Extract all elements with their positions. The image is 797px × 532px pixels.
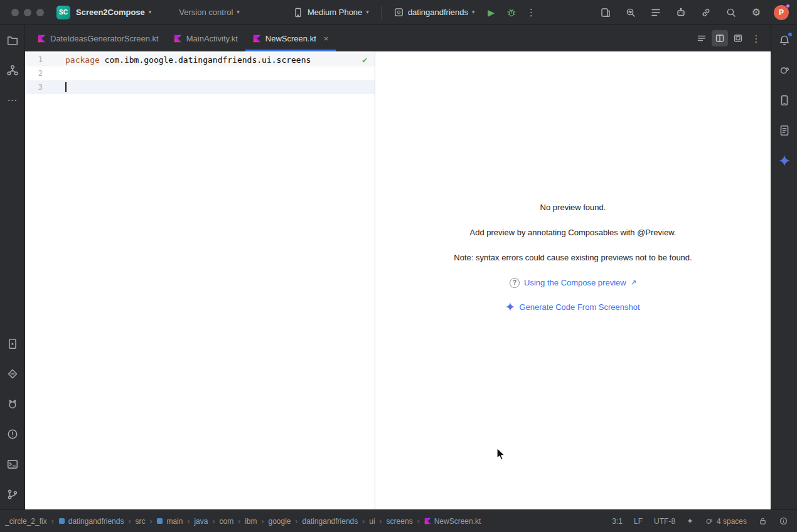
generate-code-from-screenshot-link[interactable]: Generate Code From Screenshot <box>506 302 639 312</box>
breadcrumb-separator: › <box>380 517 382 526</box>
device-explorer-tool-button[interactable] <box>776 122 793 139</box>
breadcrumb-item[interactable]: datingandfriends <box>302 517 358 526</box>
version-control-tool-button[interactable] <box>4 486 21 503</box>
inspections-status-icon[interactable]: ✔ <box>362 55 367 65</box>
gemini-tool-button[interactable] <box>776 152 793 169</box>
code-text <box>65 82 67 92</box>
code-view-button[interactable] <box>693 30 710 46</box>
split-view-icon <box>715 33 725 43</box>
breadcrumb-separator: › <box>149 517 152 526</box>
run-button[interactable]: ▶ <box>482 3 501 22</box>
code-editor[interactable]: 1 package com.ibm.google.datingandfriend… <box>25 51 375 509</box>
logcat-tool-button[interactable] <box>4 395 21 413</box>
project-menu[interactable]: Screen2Compose ▾ <box>70 4 157 20</box>
project-name: Screen2Compose <box>76 8 145 17</box>
kotlin-file-icon <box>253 35 261 43</box>
run-configuration-selector[interactable]: datingandfriends ▾ <box>388 4 481 21</box>
compose-preview-docs-link[interactable]: ? Using the Compose preview ↗ <box>510 278 636 288</box>
problems-tool-button[interactable] <box>4 425 21 443</box>
breadcrumb-item[interactable]: _circle_2_fix <box>5 517 47 526</box>
studio-bot-button[interactable] <box>671 3 690 22</box>
breadcrumb-item[interactable]: ibm <box>245 517 257 526</box>
notifications-button[interactable] <box>776 31 793 49</box>
code-line: 1 package com.ibm.google.datingandfriend… <box>25 53 375 66</box>
running-devices-tool-button[interactable] <box>4 335 21 353</box>
close-tab-icon[interactable]: × <box>324 34 329 43</box>
minimize-window-button[interactable] <box>24 9 31 16</box>
gemini-status-widget[interactable]: ✦ <box>687 517 693 525</box>
external-link-icon: ↗ <box>631 279 636 287</box>
device-manager-button[interactable] <box>596 3 615 22</box>
search-everywhere-button[interactable] <box>722 3 741 22</box>
phone-icon <box>292 7 304 18</box>
keyword-token: package <box>65 55 100 65</box>
line-number: 3 <box>25 83 65 92</box>
compose-preview-panel: No preview found. Add preview by annotat… <box>375 51 771 509</box>
profile-button[interactable]: P <box>772 3 791 22</box>
lock-icon <box>758 516 768 526</box>
project-tool-button[interactable] <box>4 31 21 49</box>
running-devices-icon <box>6 338 19 350</box>
breadcrumb-item[interactable]: java <box>194 517 208 526</box>
encoding-widget[interactable]: UTF-8 <box>654 517 675 526</box>
cursor-position-widget[interactable]: 3:1 <box>612 517 623 526</box>
inspection-info-widget[interactable] <box>779 516 788 526</box>
bug-icon <box>506 7 517 18</box>
app-quality-insights-tool-button[interactable] <box>4 365 21 383</box>
editor-content-area: DateIdeasGeneratorScreen.kt MainActivity… <box>25 25 771 509</box>
line-separator-widget[interactable]: LF <box>634 517 643 526</box>
tab-mainactivity[interactable]: MainActivity.kt <box>166 25 245 51</box>
breadcrumb-item[interactable]: google <box>268 517 291 526</box>
breadcrumb-label: datingandfriends <box>68 517 124 526</box>
notification-dot <box>786 4 790 8</box>
more-vertical-icon: ⋮ <box>752 34 761 43</box>
terminal-tool-button[interactable] <box>4 455 21 473</box>
editor-split: 1 package com.ibm.google.datingandfriend… <box>25 51 771 509</box>
add-preview-hint: Add preview by annotating Composables wi… <box>470 228 677 237</box>
maximize-window-button[interactable] <box>36 9 44 16</box>
folder-icon <box>6 34 19 46</box>
breadcrumb-item[interactable]: com <box>219 517 233 526</box>
logcat-button[interactable] <box>646 3 665 22</box>
structure-tool-button[interactable] <box>4 61 21 79</box>
read-only-toggle[interactable] <box>758 516 768 526</box>
more-vertical-icon: ⋮ <box>527 8 536 17</box>
device-selector[interactable]: Medium Phone ▾ <box>287 4 375 21</box>
profiler-button[interactable] <box>621 3 640 22</box>
tab-dateideasgeneratorscreen[interactable]: DateIdeasGeneratorScreen.kt <box>30 25 166 51</box>
breadcrumb-item[interactable]: ui <box>369 517 375 526</box>
version-control-menu[interactable]: Version control ▾ <box>173 4 245 20</box>
close-window-button[interactable] <box>11 9 19 16</box>
breadcrumb-item[interactable]: datingandfriends <box>58 517 124 526</box>
avatar: P <box>774 5 789 20</box>
debug-button[interactable] <box>502 3 521 22</box>
chevron-down-icon: ▾ <box>149 9 152 15</box>
kotlin-file-icon <box>38 35 46 43</box>
status-bar-widgets: 3:1 LF UTF-8 ✦ 4 spaces <box>612 516 788 526</box>
device-selector-label: Medium Phone <box>308 8 362 17</box>
breadcrumb-item[interactable]: src <box>135 517 145 526</box>
kotlin-file-icon <box>424 518 431 524</box>
editor-options-button[interactable]: ⋮ <box>748 30 764 46</box>
device-files-icon <box>778 124 791 137</box>
cat-icon <box>6 398 19 410</box>
breadcrumb-item[interactable]: screens <box>387 517 413 526</box>
breadcrumb-item[interactable]: main <box>156 517 183 526</box>
device-streaming-button[interactable] <box>697 3 715 22</box>
split-view-button[interactable] <box>712 30 728 46</box>
editor-tab-bar: DateIdeasGeneratorScreen.kt MainActivity… <box>25 25 771 51</box>
gradle-tool-button[interactable] <box>776 61 793 79</box>
breadcrumb-separator: › <box>128 517 131 526</box>
more-tool-windows-button[interactable]: ⋯ <box>4 92 21 109</box>
tab-newscreen[interactable]: NewScreen.kt × <box>245 25 336 51</box>
device-manager-tool-button[interactable] <box>776 92 793 109</box>
settings-button[interactable]: ⚙ <box>747 3 766 22</box>
breadcrumb-item[interactable]: NewScreen.kt <box>424 517 481 526</box>
design-view-button[interactable] <box>730 30 746 46</box>
indent-label: 4 spaces <box>717 517 747 526</box>
indent-widget[interactable]: 4 spaces <box>705 517 747 526</box>
breadcrumb-separator: › <box>296 517 298 526</box>
breadcrumb-separator: › <box>187 517 190 526</box>
tab-label: MainActivity.kt <box>186 34 238 43</box>
more-run-actions-button[interactable]: ⋮ <box>522 3 541 22</box>
